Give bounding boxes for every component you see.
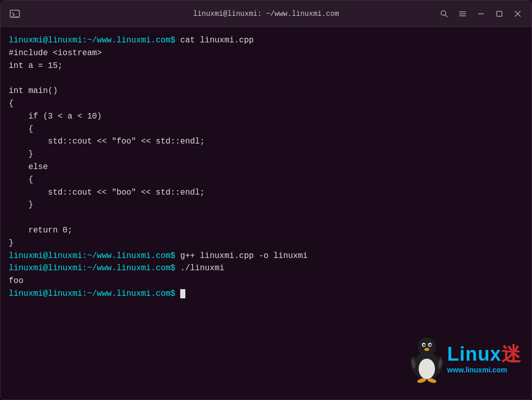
- brand-url: www.linuxmi.com: [447, 365, 507, 376]
- cmd-3: ./linuxmi: [175, 264, 224, 273]
- terminal-line-1: linuxmi@linuxmi:~/www.linuxmi.com$ cat l…: [9, 34, 523, 47]
- minimize-button[interactable]: [473, 6, 489, 21]
- close-button[interactable]: [510, 6, 525, 21]
- terminal-line-10: }: [9, 148, 523, 161]
- watermark: Linux迷 www.linuxmi.com: [406, 336, 521, 384]
- svg-point-17: [429, 344, 431, 346]
- brand-name: Linux迷: [447, 344, 521, 364]
- watermark-top: Linux迷 www.linuxmi.com: [406, 336, 521, 384]
- terminal-line-4: [9, 72, 523, 85]
- title-bar: linuxmi@linuxmi: ~/www.linuxmi.com: [1, 1, 531, 27]
- brand-mi: 迷: [501, 343, 521, 365]
- terminal-line-17: }: [9, 237, 523, 250]
- brand-text-block: Linux迷 www.linuxmi.com: [447, 344, 521, 376]
- terminal-line-21: linuxmi@linuxmi:~/www.linuxmi.com$: [9, 288, 523, 300]
- window-title: linuxmi@linuxmi: ~/www.linuxmi.com: [193, 10, 339, 18]
- terminal-line-19: linuxmi@linuxmi:~/www.linuxmi.com$ ./lin…: [9, 262, 523, 275]
- brand-linux: Linux: [447, 343, 501, 365]
- cmd-1: cat linuxmi.cpp: [175, 36, 254, 45]
- terminal-line-3: int a = 15;: [9, 60, 523, 73]
- svg-line-3: [445, 15, 447, 17]
- terminal-line-14: }: [9, 199, 523, 211]
- terminal-line-18: linuxmi@linuxmi:~/www.linuxmi.com$ g++ l…: [9, 250, 523, 263]
- terminal-line-8: {: [9, 123, 523, 136]
- cursor: [180, 289, 185, 298]
- terminal-body[interactable]: linuxmi@linuxmi:~/www.linuxmi.com$ cat l…: [1, 27, 531, 399]
- terminal-line-12: {: [9, 174, 523, 186]
- cmd-2: g++ linuxmi.cpp -o linuxmi: [175, 251, 307, 261]
- prompt-2: linuxmi@linuxmi:~/www.linuxmi.com$: [9, 251, 175, 261]
- svg-point-18: [424, 348, 429, 351]
- terminal-line-6: {: [9, 98, 523, 110]
- terminal-window: linuxmi@linuxmi: ~/www.linuxmi.com: [0, 0, 532, 400]
- terminal-line-7: if (3 < a < 10): [9, 110, 523, 123]
- terminal-icon: [7, 6, 23, 22]
- svg-rect-0: [10, 10, 19, 17]
- prompt-4: linuxmi@linuxmi:~/www.linuxmi.com$: [9, 289, 175, 298]
- title-bar-controls: [437, 6, 525, 21]
- tux-icon: [406, 336, 447, 384]
- svg-point-16: [423, 344, 425, 346]
- terminal-line-11: else: [9, 161, 523, 174]
- terminal-line-16: return 0;: [9, 224, 523, 237]
- menu-button[interactable]: [455, 6, 470, 21]
- terminal-line-5: int main(): [9, 85, 523, 98]
- maximize-button[interactable]: [492, 6, 507, 21]
- terminal-line-2: #include <iostream>: [9, 47, 523, 60]
- svg-point-13: [418, 338, 436, 356]
- terminal-line-13: std::cout << "boo" << std::endl;: [9, 186, 523, 199]
- search-button[interactable]: [437, 6, 452, 21]
- terminal-line-20: foo: [9, 275, 523, 288]
- title-bar-left: [7, 6, 23, 22]
- svg-point-12: [419, 359, 435, 379]
- cmd-4: [175, 289, 180, 298]
- svg-rect-8: [497, 11, 502, 16]
- terminal-line-9: std::cout << "foo" << std::endl;: [9, 135, 523, 148]
- terminal-line-15: [9, 211, 523, 224]
- prompt-3: linuxmi@linuxmi:~/www.linuxmi.com$: [9, 264, 175, 273]
- prompt-1: linuxmi@linuxmi:~/www.linuxmi.com$: [9, 36, 175, 45]
